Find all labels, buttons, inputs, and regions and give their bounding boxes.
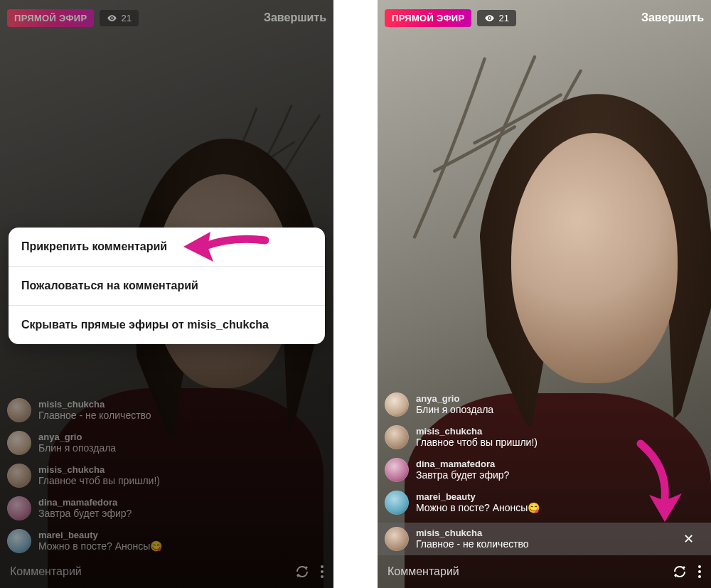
bottom-bar: Комментарий [0,555,333,588]
viewer-count-value: 21 [498,13,508,23]
avatar [7,464,31,488]
end-live-button[interactable]: Завершить [264,11,326,24]
comment-input[interactable]: Комментарий [10,565,284,578]
comment-username: anya_grio [416,393,493,405]
comment-action-sheet: Прикрепить комментарий Пожаловаться на к… [9,228,325,344]
camera-switch-icon[interactable] [671,563,688,580]
topbar: ПРЯМОЙ ЭФИР 21 Завершить [385,7,704,28]
live-badge: ПРЯМОЙ ЭФИР [7,9,94,27]
eye-icon [484,13,495,23]
comment-text: Главное - не количество [416,538,529,550]
comment-text: Завтра будет эфир? [416,469,509,481]
comment-username: marei_beauty [38,530,162,541]
close-icon[interactable]: ✕ [683,531,694,547]
avatar [385,458,409,482]
viewer-count-value: 21 [121,13,131,23]
comment-username: dina_mamafedora [38,497,132,508]
comment-row[interactable]: dina_mamafedora Завтра будет эфир? [7,494,333,523]
phone-screen-right: ПРЯМОЙ ЭФИР 21 Завершить anya_grio Блин … [378,0,711,588]
end-live-button[interactable]: Завершить [641,11,704,24]
comment-text: Главное чтоб вы пришли!) [38,475,160,487]
comment-row[interactable]: anya_grio Блин я опоздала [385,390,711,419]
more-options-icon[interactable] [698,565,701,578]
comment-username: dina_mamafedora [416,459,509,470]
action-report-comment[interactable]: Пожаловаться на комментарий [9,267,325,306]
avatar [7,496,31,520]
comment-username: misis_chukcha [38,464,160,476]
comment-username: misis_chukcha [416,528,529,539]
topbar: ПРЯМОЙ ЭФИР 21 Завершить [7,7,326,28]
comments-feed[interactable]: misis_chukcha Главное - не количество an… [0,396,333,555]
comment-username: misis_chukcha [38,399,151,410]
comment-row[interactable]: anya_grio Блин я опоздала [7,429,333,457]
camera-switch-icon[interactable] [294,563,311,580]
comment-text: Завтра будет эфир? [38,508,132,520]
avatar [385,527,409,551]
comment-row[interactable]: marei_beauty Можно в посте? Анонсы😋 [7,527,333,555]
comment-text: Блин я опоздала [38,442,116,454]
eye-icon [107,13,117,23]
avatar [7,398,31,422]
avatar [7,529,31,553]
comment-text: Можно в посте? Анонсы😋 [416,502,540,514]
comment-row[interactable]: misis_chukcha Главное - не количество [7,396,333,424]
comment-username: misis_chukcha [416,426,538,437]
viewer-count-badge: 21 [477,10,515,26]
screenshot-stage: ПРЯМОЙ ЭФИР 21 Завершить misis_chukcha Г… [0,0,711,588]
comment-row[interactable]: marei_beauty Можно в посте? Анонсы😋 [385,488,711,517]
avatar [385,425,409,449]
avatar [7,431,31,455]
comment-text: Блин я опоздала [416,404,493,416]
comment-username: anya_grio [38,432,116,443]
action-hide-lives[interactable]: Скрывать прямые эфиры от misis_chukcha [9,306,325,344]
comment-row[interactable]: misis_chukcha Главное чтоб вы пришли!) [385,423,711,451]
comment-text: Главное - не количество [38,410,151,422]
action-pin-comment[interactable]: Прикрепить комментарий [9,228,325,267]
live-badge: ПРЯМОЙ ЭФИР [385,9,471,27]
viewer-count-badge: 21 [100,10,138,26]
comment-input[interactable]: Комментарий [387,565,661,578]
comment-text: Главное чтоб вы пришли!) [416,437,538,449]
comment-text: Можно в посте? Анонсы😋 [38,540,162,552]
comment-row[interactable]: misis_chukcha Главное чтоб вы пришли!) [7,461,333,490]
phone-screen-left: ПРЯМОЙ ЭФИР 21 Завершить misis_chukcha Г… [0,0,333,588]
comments-feed[interactable]: anya_grio Блин я опоздала misis_chukcha … [378,390,711,555]
comment-username: marei_beauty [416,491,540,503]
avatar [385,392,409,417]
avatar [385,491,409,515]
more-options-icon[interactable] [321,565,324,578]
bottom-bar: Комментарий [378,555,711,588]
pinned-comment[interactable]: misis_chukcha Главное - не количество ✕ [378,523,711,555]
comment-row[interactable]: dina_mamafedora Завтра будет эфир? [385,456,711,484]
